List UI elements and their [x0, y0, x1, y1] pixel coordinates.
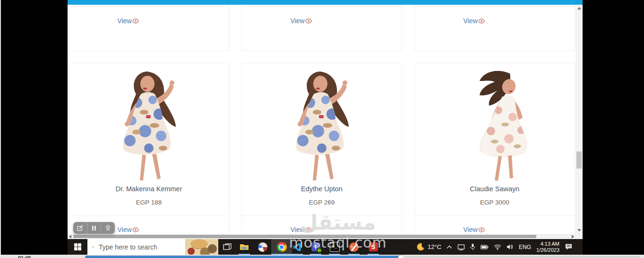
- pause-icon: [92, 225, 96, 231]
- product-price: EGP 269: [242, 199, 402, 206]
- product-price: EGP 188: [69, 199, 229, 206]
- edit-icon: [77, 225, 83, 231]
- card-divider: [415, 6, 575, 7]
- site-top-bar: [68, 0, 583, 5]
- screen: View View View: [0, 0, 644, 258]
- card-divider: [69, 6, 229, 7]
- sublime-text-icon: S: [369, 242, 378, 251]
- wifi-icon[interactable]: [494, 244, 501, 250]
- view-link[interactable]: View: [109, 17, 147, 25]
- browser-viewport: View View View: [68, 0, 583, 255]
- video-progress-bar[interactable]: [85, 256, 401, 258]
- chevron-up-icon[interactable]: [447, 245, 452, 249]
- postman-icon: [349, 242, 359, 252]
- search-highlight-image[interactable]: [185, 239, 218, 255]
- time-label: 4:13 AM: [536, 241, 559, 247]
- windows-taskbar: T >_ S: [68, 239, 583, 255]
- scroll-up-arrow[interactable]: [577, 7, 581, 9]
- view-link[interactable]: View: [455, 17, 493, 25]
- terminal-icon: >_: [330, 242, 340, 252]
- language-indicator[interactable]: ENG: [519, 244, 531, 250]
- product-card[interactable]: Dr. Makenna Kemmer EGP 188 View: [69, 62, 229, 234]
- taskbar-app-sublime[interactable]: S: [366, 239, 380, 255]
- product-photo-floral-blue-dress[interactable]: [265, 65, 378, 182]
- video-player-controls[interactable]: 01:05: [0, 255, 644, 258]
- webcam-icon: [105, 225, 111, 231]
- chrome-icon: [277, 242, 287, 252]
- card-divider: [242, 215, 402, 216]
- webcam-button[interactable]: [101, 222, 115, 234]
- card-divider: [242, 6, 402, 7]
- eye-icon: [478, 18, 485, 24]
- eye-icon: [132, 18, 139, 24]
- file-explorer-icon: [240, 242, 249, 252]
- microphone-icon[interactable]: [470, 243, 475, 250]
- product-card-partial[interactable]: View: [414, 5, 575, 51]
- battery-icon[interactable]: [481, 244, 489, 250]
- product-grid-page: View View View: [68, 5, 575, 234]
- scroll-left-arrow[interactable]: [69, 235, 71, 239]
- letterbox-right: [583, 0, 644, 255]
- teams-status-dot: [317, 248, 322, 253]
- product-card-partial[interactable]: View: [241, 5, 402, 51]
- view-link[interactable]: View: [282, 226, 320, 233]
- windows-logo-icon: [74, 243, 81, 250]
- teams-icon: T: [311, 242, 320, 251]
- moon-weather-icon: [417, 243, 425, 251]
- scrollbar-corner: [575, 234, 583, 239]
- task-view-button[interactable]: [220, 239, 235, 255]
- taskbar-app-vscode[interactable]: [290, 239, 304, 255]
- temperature-label: 12°C: [428, 243, 441, 250]
- product-card-partial[interactable]: View: [69, 5, 229, 51]
- product-card[interactable]: Claudie Sawayn EGP 3000 View: [414, 62, 575, 234]
- eye-icon: [305, 18, 312, 24]
- weather-widget[interactable]: 12°C: [417, 243, 441, 251]
- taskbar-app-terminal[interactable]: >_: [327, 239, 342, 255]
- pinwheel-app-icon: [258, 242, 267, 252]
- eye-icon: [305, 227, 312, 232]
- cast-display-icon[interactable]: [457, 244, 465, 250]
- system-tray: 12°C: [417, 239, 573, 255]
- task-view-icon: [223, 243, 232, 251]
- letterbox-left: [0, 0, 69, 255]
- product-name: Edythe Upton: [242, 185, 402, 193]
- video-progress-handle[interactable]: [398, 255, 404, 258]
- volume-icon[interactable]: [507, 244, 514, 250]
- action-center-icon[interactable]: [565, 243, 573, 250]
- view-link[interactable]: View: [282, 17, 320, 25]
- scroll-down-arrow[interactable]: [577, 229, 581, 231]
- product-photo-white-floral-dress[interactable]: [438, 65, 551, 182]
- screen-recorder-toolbar: [73, 222, 115, 234]
- search-icon: [92, 244, 94, 250]
- search-input[interactable]: [98, 243, 185, 251]
- start-button[interactable]: [69, 239, 86, 255]
- product-photo-floral-blue-dress[interactable]: [92, 65, 206, 182]
- date-label: 1/26/2023: [536, 247, 559, 253]
- taskbar-app-teams[interactable]: T: [309, 239, 323, 255]
- view-link[interactable]: View: [455, 226, 493, 233]
- pause-button[interactable]: [87, 222, 101, 234]
- horizontal-scrollbar[interactable]: [68, 234, 575, 239]
- taskbar-app-chrome-active[interactable]: [271, 239, 292, 255]
- scroll-right-arrow[interactable]: [572, 235, 574, 239]
- vertical-scrollbar[interactable]: [575, 5, 583, 234]
- eye-icon: [478, 227, 485, 232]
- vertical-scroll-thumb[interactable]: [576, 151, 582, 169]
- horizontal-scroll-thumb[interactable]: [73, 235, 536, 238]
- taskbar-app-postman[interactable]: [347, 239, 361, 255]
- product-name: Claudie Sawayn: [415, 185, 575, 193]
- vscode-icon: [292, 242, 302, 252]
- card-divider: [69, 215, 229, 216]
- product-name: Dr. Makenna Kemmer: [69, 185, 229, 193]
- eye-icon: [132, 227, 139, 232]
- taskbar-app-pinwheel[interactable]: [256, 239, 270, 255]
- clock[interactable]: 4:13 AM 1/26/2023: [536, 241, 559, 253]
- annotate-button[interactable]: [73, 222, 87, 234]
- taskbar-search[interactable]: [87, 239, 218, 255]
- product-card[interactable]: Edythe Upton EGP 269 View: [241, 62, 402, 234]
- elapsed-time-label: 01:05: [18, 255, 31, 258]
- product-price: EGP 3000: [415, 199, 575, 206]
- card-divider: [415, 215, 575, 216]
- video-progress-track[interactable]: [405, 256, 640, 258]
- taskbar-app-file-explorer[interactable]: [237, 239, 251, 255]
